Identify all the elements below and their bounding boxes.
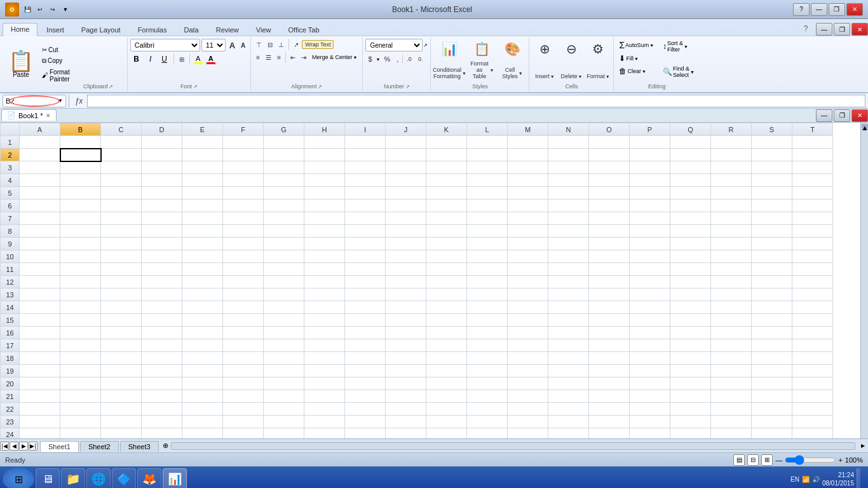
cell-l20[interactable]: [467, 377, 508, 390]
cell-q16[interactable]: [670, 327, 711, 339]
cell-e4[interactable]: [182, 174, 223, 187]
cell-t16[interactable]: [792, 327, 833, 339]
cell-n1[interactable]: [548, 136, 589, 149]
cell-k11[interactable]: [426, 263, 467, 276]
cell-j22[interactable]: [386, 403, 426, 416]
cell-q24[interactable]: [670, 428, 711, 439]
cell-c22[interactable]: [101, 403, 142, 416]
cell-s13[interactable]: [752, 288, 792, 301]
cell-f6[interactable]: [223, 200, 264, 212]
tab-view[interactable]: View: [248, 24, 280, 36]
cell-m20[interactable]: [508, 377, 548, 390]
cell-f19[interactable]: [223, 365, 264, 377]
row-header-5[interactable]: 5: [1, 187, 20, 200]
cell-f10[interactable]: [223, 250, 264, 263]
cell-h19[interactable]: [304, 365, 345, 377]
cell-l7[interactable]: [467, 212, 508, 225]
cell-h3[interactable]: [304, 161, 345, 174]
cell-n23[interactable]: [548, 416, 589, 428]
col-header-I[interactable]: I: [345, 123, 386, 136]
cell-a11[interactable]: [20, 263, 60, 276]
cell-o21[interactable]: [589, 390, 630, 403]
cell-d11[interactable]: [142, 263, 182, 276]
cell-j18[interactable]: [386, 352, 426, 365]
cell-k8[interactable]: [426, 225, 467, 238]
grow-font-btn[interactable]: A: [227, 39, 238, 51]
cell-t8[interactable]: [792, 225, 833, 238]
cell-f20[interactable]: [223, 377, 264, 390]
cell-l12[interactable]: [467, 276, 508, 288]
col-header-L[interactable]: L: [467, 123, 508, 136]
cell-l3[interactable]: [467, 161, 508, 174]
cell-s18[interactable]: [752, 352, 792, 365]
cell-g10[interactable]: [264, 250, 304, 263]
cell-h2[interactable]: [304, 149, 345, 161]
cell-i5[interactable]: [345, 187, 386, 200]
tab-review[interactable]: Review: [208, 24, 247, 36]
cell-r9[interactable]: [711, 238, 752, 250]
cell-o3[interactable]: [589, 161, 630, 174]
cell-p7[interactable]: [630, 212, 670, 225]
cell-t22[interactable]: [792, 403, 833, 416]
horizontal-scrollbar[interactable]: [171, 442, 855, 450]
cell-o12[interactable]: [589, 276, 630, 288]
col-header-J[interactable]: J: [386, 123, 426, 136]
cell-p9[interactable]: [630, 238, 670, 250]
cell-s22[interactable]: [752, 403, 792, 416]
format-painter-button[interactable]: 🖌 Format Painter: [39, 67, 72, 84]
cell-e19[interactable]: [182, 365, 223, 377]
align-left-btn[interactable]: ≡: [254, 53, 262, 62]
cell-s9[interactable]: [752, 238, 792, 250]
cell-n2[interactable]: [548, 149, 589, 161]
cell-g6[interactable]: [264, 200, 304, 212]
cell-e2[interactable]: [182, 149, 223, 161]
col-header-M[interactable]: M: [508, 123, 548, 136]
cell-r16[interactable]: [711, 327, 752, 339]
cell-l6[interactable]: [467, 200, 508, 212]
cell-t10[interactable]: [792, 250, 833, 263]
cell-h23[interactable]: [304, 416, 345, 428]
cell-j17[interactable]: [386, 339, 426, 352]
cell-h5[interactable]: [304, 187, 345, 200]
cell-q2[interactable]: [670, 149, 711, 161]
cell-l8[interactable]: [467, 225, 508, 238]
borders-button[interactable]: ⊞: [177, 55, 187, 64]
cell-l14[interactable]: [467, 301, 508, 314]
cell-n6[interactable]: [548, 200, 589, 212]
row-header-22[interactable]: 22: [1, 403, 20, 416]
cell-o8[interactable]: [589, 225, 630, 238]
cell-c7[interactable]: [101, 212, 142, 225]
cell-c12[interactable]: [101, 276, 142, 288]
row-header-12[interactable]: 12: [1, 276, 20, 288]
cell-j23[interactable]: [386, 416, 426, 428]
row-header-17[interactable]: 17: [1, 339, 20, 352]
cell-c19[interactable]: [101, 365, 142, 377]
editing-group-label[interactable]: Editing: [616, 82, 697, 90]
cell-d4[interactable]: [142, 174, 182, 187]
cell-p16[interactable]: [630, 327, 670, 339]
cell-n15[interactable]: [548, 314, 589, 327]
row-header-11[interactable]: 11: [1, 263, 20, 276]
cell-b2[interactable]: [60, 149, 101, 161]
zoom-in-btn[interactable]: +: [838, 456, 842, 464]
number-group-label[interactable]: Number ↗: [365, 82, 428, 90]
cell-p24[interactable]: [630, 428, 670, 439]
cell-d21[interactable]: [142, 390, 182, 403]
cell-q4[interactable]: [670, 174, 711, 187]
decrease-indent-btn[interactable]: ⇤: [288, 53, 298, 62]
cell-f12[interactable]: [223, 276, 264, 288]
ribbon-close-btn[interactable]: ✕: [851, 23, 868, 36]
cell-i19[interactable]: [345, 365, 386, 377]
cell-n3[interactable]: [548, 161, 589, 174]
close-btn[interactable]: ✕: [846, 3, 863, 16]
cell-e21[interactable]: [182, 390, 223, 403]
cell-s12[interactable]: [752, 276, 792, 288]
ribbon-help-btn[interactable]: ?: [799, 22, 813, 36]
cell-h6[interactable]: [304, 200, 345, 212]
cell-b14[interactable]: [60, 301, 101, 314]
cell-h22[interactable]: [304, 403, 345, 416]
zoom-slider[interactable]: [785, 455, 836, 465]
cell-f18[interactable]: [223, 352, 264, 365]
cell-q6[interactable]: [670, 200, 711, 212]
undo-quick-btn[interactable]: ↩: [34, 4, 46, 15]
